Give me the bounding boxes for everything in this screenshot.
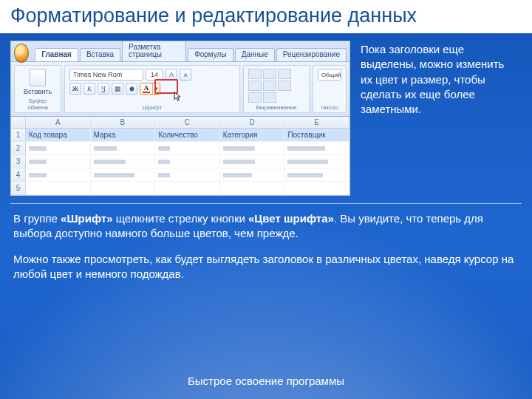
align-btn[interactable] [278, 69, 291, 79]
screenshot-wrap: Главная Вставка Разметка страницы Формул… [10, 41, 350, 196]
worksheet: A B C D E 1 Код товара Марка Количество … [11, 117, 349, 195]
text-bold: «Цвет шрифта» [248, 212, 334, 225]
cell[interactable] [220, 142, 285, 155]
cell[interactable] [26, 142, 91, 155]
group-font: Times New Rom 14 A A Ж К Ч ▦ ⬣ [64, 65, 240, 113]
body-copy: В группе «Шрифт» щелкните стрелку кнопки… [0, 211, 532, 282]
tab-formulas[interactable]: Формулы [188, 48, 233, 61]
cell-text: Категория [223, 131, 258, 139]
column-headers: A B C D E [11, 117, 349, 129]
underline-button[interactable]: Ч [98, 83, 109, 95]
paste-icon [30, 69, 46, 86]
tab-layout[interactable]: Разметка страницы [122, 41, 186, 61]
paste-button[interactable]: Вставить [19, 69, 56, 95]
align-btn[interactable] [263, 69, 276, 79]
font-color-dropdown-arrow[interactable]: ▾ [152, 83, 160, 94]
row-3: 3 [11, 155, 349, 168]
cell[interactable] [155, 155, 220, 168]
cell[interactable] [155, 168, 220, 182]
cell[interactable] [155, 182, 220, 195]
row-header[interactable]: 3 [11, 155, 26, 168]
group-number-label: Число [318, 104, 341, 111]
paste-label: Вставить [24, 88, 52, 95]
cell[interactable] [220, 182, 285, 195]
tab-data[interactable]: Данные [235, 48, 275, 61]
cell[interactable] [26, 182, 91, 195]
group-alignment: Выравнивание [243, 65, 310, 113]
cell-text: Количество [158, 131, 198, 139]
font-color-icon: A [140, 83, 152, 94]
cell[interactable] [91, 155, 156, 168]
bold-button[interactable]: Ж [69, 83, 81, 95]
grow-font-icon[interactable]: A [166, 69, 177, 81]
cell-text: Марка [94, 131, 116, 139]
row-2: 2 [11, 142, 349, 155]
tab-review[interactable]: Рецензирование [276, 48, 347, 61]
cell[interactable]: Поставщик [284, 129, 349, 142]
font-name-select[interactable]: Times New Rom [69, 69, 143, 81]
row-5: 5 [11, 182, 349, 195]
text: щелкните стрелку кнопки [113, 212, 249, 225]
col-header[interactable]: E [284, 117, 349, 128]
col-header[interactable]: A [26, 117, 91, 128]
cell[interactable]: Марка [91, 129, 156, 142]
row-4: 4 [11, 168, 349, 182]
group-clipboard-label: Буфер обмена [19, 98, 56, 111]
cell[interactable] [284, 168, 349, 182]
font-color-split-button[interactable]: A ▾ [140, 83, 160, 95]
align-btn[interactable] [248, 69, 262, 79]
cell[interactable] [284, 142, 349, 155]
cell[interactable] [220, 168, 285, 182]
number-format-select[interactable]: Общий [318, 69, 341, 81]
cell[interactable] [91, 168, 156, 182]
cell-text: Поставщик [287, 131, 325, 139]
row-header[interactable]: 4 [11, 168, 26, 182]
align-btn[interactable] [263, 92, 276, 103]
cell[interactable] [26, 155, 91, 168]
col-header[interactable]: D [220, 117, 285, 128]
tab-insert[interactable]: Вставка [80, 48, 120, 61]
cell[interactable]: Количество [155, 129, 220, 142]
group-font-label: Шрифт [69, 104, 235, 111]
cell[interactable] [26, 168, 91, 182]
cell[interactable] [284, 182, 349, 195]
align-btn[interactable] [248, 81, 262, 91]
cell[interactable] [220, 155, 285, 168]
row-header[interactable]: 1 [11, 129, 26, 142]
cell-text: Код товара [29, 131, 67, 139]
tab-home[interactable]: Главная [35, 48, 78, 61]
col-header[interactable]: C [155, 117, 220, 128]
group-number: Общий Число [313, 65, 347, 113]
align-btn[interactable] [248, 92, 262, 103]
excel-screenshot: Главная Вставка Разметка страницы Формул… [10, 41, 350, 196]
office-button[interactable] [14, 44, 29, 63]
row-1: 1 Код товара Марка Количество Категория … [11, 129, 349, 142]
paragraph-1: В группе «Шрифт» щелкните стрелку кнопки… [13, 211, 517, 242]
ribbon-tabrow: Главная Вставка Разметка страницы Формул… [11, 41, 349, 62]
cell[interactable]: Код товара [26, 129, 91, 142]
align-btn[interactable] [278, 81, 291, 91]
col-header[interactable]: B [91, 117, 156, 128]
italic-button[interactable]: К [83, 83, 95, 95]
cell[interactable]: Категория [220, 129, 285, 142]
cell[interactable] [284, 155, 349, 168]
row-header[interactable]: 5 [11, 182, 26, 195]
ribbon: Вставить Буфер обмена Times New Rom 14 A… [11, 62, 349, 117]
cell[interactable] [91, 182, 156, 195]
font-size-select[interactable]: 14 [146, 69, 163, 81]
align-btn[interactable] [263, 81, 276, 91]
border-button[interactable]: ▦ [112, 83, 123, 95]
group-clipboard: Вставить Буфер обмена [14, 65, 61, 113]
cell[interactable] [155, 142, 220, 155]
text: В группе [13, 212, 61, 225]
slide-title: Форматирование и редактирование данных [0, 0, 532, 33]
side-caption: Пока заголовки еще выделены, можно измен… [361, 41, 516, 196]
row-header[interactable]: 2 [11, 142, 26, 155]
cell[interactable] [91, 142, 156, 155]
select-all-corner[interactable] [11, 117, 26, 128]
paragraph-2: Можно также просмотреть, как будет выгля… [13, 252, 517, 282]
shrink-font-icon[interactable]: A [180, 69, 191, 81]
text-bold: «Шрифт» [61, 212, 112, 225]
fill-color-button[interactable]: ⬣ [126, 83, 137, 95]
slide-footer: Быстрое освоение программы [0, 375, 532, 387]
